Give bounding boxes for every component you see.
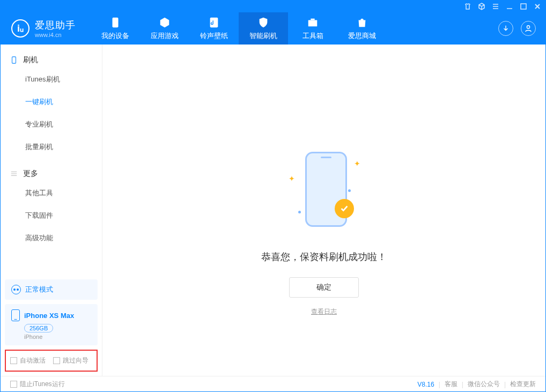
- sidebar-item-other-tools[interactable]: 其他工具: [1, 182, 102, 204]
- close-icon[interactable]: [534, 3, 541, 10]
- sidebar-item-pro-flash[interactable]: 专业刷机: [1, 113, 102, 136]
- tab-store[interactable]: 爱思商城: [337, 12, 387, 45]
- body: 刷机 iTunes刷机 一键刷机 专业刷机 批量刷机 更多 其他工具 下载固件 …: [1, 45, 545, 376]
- sidebar-group-more: 更多: [1, 166, 102, 182]
- ok-button[interactable]: 确定: [289, 277, 359, 298]
- sidebar-item-download-firmware[interactable]: 下载固件: [1, 204, 102, 227]
- sparkle-icon: ✦: [289, 174, 295, 183]
- briefcase-icon: [306, 16, 319, 29]
- sparkle-icon: ✦: [354, 159, 360, 168]
- view-log-link[interactable]: 查看日志: [311, 307, 337, 316]
- device-icon: [10, 56, 18, 64]
- sidebar-item-batch-flash[interactable]: 批量刷机: [1, 136, 102, 158]
- svg-rect-4: [311, 19, 314, 20]
- sidebar-item-one-click-flash[interactable]: 一键刷机: [1, 91, 102, 113]
- bag-icon: [356, 16, 368, 29]
- footer-link-wechat[interactable]: 微信公众号: [468, 380, 500, 389]
- tab-toolbox[interactable]: 工具箱: [288, 12, 337, 45]
- cube-icon[interactable]: [478, 3, 485, 10]
- tab-ringtones[interactable]: 铃声壁纸: [189, 12, 239, 45]
- phone-icon: [109, 16, 122, 29]
- checkbox-block-itunes[interactable]: 阻止iTunes运行: [10, 380, 65, 389]
- minimize-icon[interactable]: [506, 3, 513, 10]
- device-type: iPhone: [24, 334, 91, 340]
- version-label: V8.16: [417, 381, 434, 388]
- maximize-icon[interactable]: [520, 3, 527, 10]
- svg-rect-1: [113, 18, 119, 27]
- footer: 阻止iTunes运行 V8.16 | 客服 | 微信公众号 | 检查更新: [1, 376, 545, 392]
- checkbox-skip-guide[interactable]: 跳过向导: [53, 356, 88, 365]
- header: iᵤ 爱思助手 www.i4.cn 我的设备 应用游戏 铃声壁纸 智能刷机: [1, 12, 545, 45]
- menu-icon[interactable]: [492, 3, 499, 10]
- titlebar: [1, 1, 545, 12]
- tshirt-icon[interactable]: [464, 3, 471, 10]
- download-button[interactable]: [498, 21, 513, 36]
- mode-icon: [11, 285, 21, 294]
- success-illustration: ✦ ✦: [286, 152, 361, 238]
- tab-apps[interactable]: 应用游戏: [140, 12, 189, 45]
- checkbox-auto-activate[interactable]: 自动激活: [10, 356, 46, 365]
- app-window: iᵤ 爱思助手 www.i4.cn 我的设备 应用游戏 铃声壁纸 智能刷机: [0, 0, 546, 392]
- music-icon: [208, 16, 220, 29]
- mode-card[interactable]: 正常模式: [5, 279, 98, 300]
- check-badge-icon: [335, 199, 354, 218]
- svg-rect-3: [308, 20, 318, 26]
- svg-rect-0: [521, 4, 526, 9]
- list-icon: [10, 170, 18, 177]
- logo: iᵤ 爱思助手 www.i4.cn: [1, 19, 86, 38]
- highlighted-options: 自动激活 跳过向导: [5, 350, 98, 372]
- svg-rect-6: [12, 57, 16, 63]
- footer-link-service[interactable]: 客服: [445, 380, 458, 389]
- main-content: ✦ ✦ 恭喜您，保资料刷机成功啦！ 确定 查看日志: [102, 45, 545, 376]
- profile-button[interactable]: [521, 21, 536, 36]
- svg-point-5: [527, 26, 529, 28]
- app-url: www.i4.cn: [35, 32, 76, 38]
- nav-tabs: 我的设备 应用游戏 铃声壁纸 智能刷机 工具箱 爱思商城: [91, 12, 387, 45]
- device-card[interactable]: iPhone XS Max 256GB iPhone: [5, 304, 98, 345]
- device-phone-icon: [11, 309, 20, 321]
- app-name: 爱思助手: [35, 19, 76, 32]
- device-name: iPhone XS Max: [24, 312, 74, 320]
- sidebar-item-advanced[interactable]: 高级功能: [1, 227, 102, 249]
- footer-link-update[interactable]: 检查更新: [510, 380, 536, 389]
- sidebar-item-itunes-flash[interactable]: iTunes刷机: [1, 68, 102, 91]
- header-actions: [498, 21, 545, 36]
- tab-flash[interactable]: 智能刷机: [239, 12, 288, 45]
- shield-icon: [257, 16, 270, 29]
- device-capacity: 256GB: [24, 324, 53, 332]
- sidebar-group-flash: 刷机: [1, 52, 102, 68]
- success-message: 恭喜您，保资料刷机成功啦！: [261, 250, 387, 263]
- box-icon: [158, 16, 171, 29]
- logo-mark: iᵤ: [11, 19, 29, 38]
- tab-my-device[interactable]: 我的设备: [91, 12, 140, 45]
- sidebar: 刷机 iTunes刷机 一键刷机 专业刷机 批量刷机 更多 其他工具 下载固件 …: [1, 45, 102, 376]
